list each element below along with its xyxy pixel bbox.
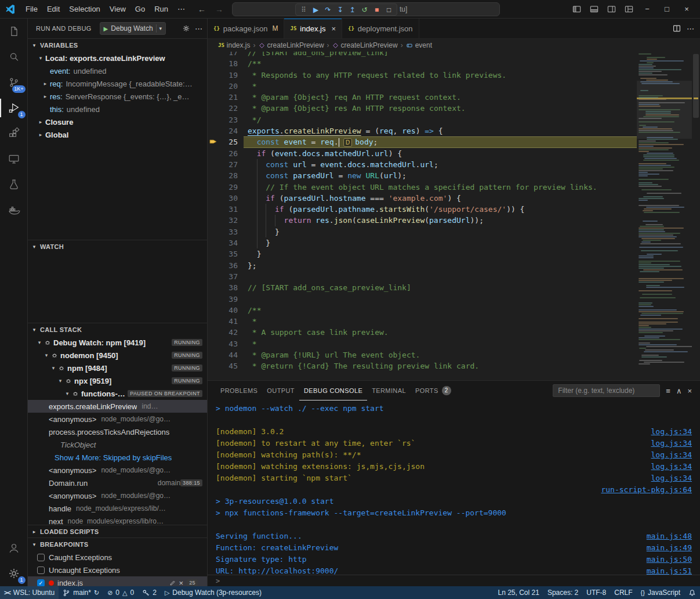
toggle-secondary-sidebar-icon[interactable] bbox=[604, 2, 619, 16]
toggle-panel-icon[interactable] bbox=[586, 2, 601, 16]
breadcrumb-item[interactable]: createLinkPreview bbox=[259, 41, 324, 49]
callstack-session-row[interactable]: ▾Debug Watch: npm [9419]RUNNING bbox=[28, 336, 207, 349]
split-editor-icon[interactable] bbox=[673, 24, 681, 33]
line-number[interactable]: 20 bbox=[208, 81, 244, 92]
line-number[interactable]: 31 bbox=[208, 204, 244, 215]
breakpoint-checkbox[interactable] bbox=[37, 554, 45, 561]
problems-status[interactable]: ⊘0△0 bbox=[103, 586, 138, 599]
line-number[interactable]: 45 bbox=[208, 360, 244, 371]
nav-back-icon[interactable]: ← bbox=[198, 5, 206, 14]
line-number[interactable]: 43 bbox=[208, 338, 244, 349]
line-number[interactable]: 39 bbox=[208, 294, 244, 305]
variable-row[interactable]: event:undefined bbox=[28, 64, 207, 77]
breakpoint-checkbox[interactable]: ✓ bbox=[37, 579, 45, 587]
console-source-link[interactable]: main.js:51 bbox=[647, 565, 692, 575]
activity-search[interactable] bbox=[0, 44, 28, 70]
code-line[interactable]: * @return {!Card} The resulting preview … bbox=[244, 360, 637, 371]
filter-icon[interactable]: ≡ bbox=[666, 387, 670, 395]
command-center[interactable]: ⠿▶↷↧↥↺■□ tu] bbox=[232, 2, 500, 16]
tab-package.json[interactable]: {}package.jsonM bbox=[208, 19, 284, 38]
code-line[interactable]: * bbox=[244, 338, 637, 349]
console-source-link[interactable]: main.js:50 bbox=[647, 554, 692, 565]
activity-run-debug[interactable]: 1 bbox=[0, 95, 28, 121]
variables-header[interactable]: ▾VARIABLES bbox=[28, 39, 207, 52]
code-line[interactable]: * bbox=[244, 316, 637, 327]
panel-tab-output[interactable]: OUTPUT bbox=[262, 381, 299, 400]
watch-header[interactable]: ▾WATCH bbox=[28, 240, 207, 253]
console-source-link[interactable]: log.js:34 bbox=[651, 449, 692, 461]
code-line[interactable]: exports.createLinkPreview = (req, res) =… bbox=[244, 125, 637, 136]
code-line[interactable]: } bbox=[244, 248, 637, 259]
menu-selection[interactable]: Selection bbox=[64, 5, 104, 13]
line-number[interactable]: 21 bbox=[208, 92, 244, 103]
step-over-icon[interactable]: ↷ bbox=[322, 5, 333, 15]
code-line[interactable]: } bbox=[244, 237, 637, 248]
debug-settings-gear-icon[interactable] bbox=[182, 24, 190, 33]
code-line[interactable]: const url = event.docs.matchedUrl.url; bbox=[244, 159, 637, 170]
debug-status[interactable]: ▷Debug Watch (3p-resources) bbox=[161, 586, 266, 599]
line-number[interactable]: 37 bbox=[208, 271, 244, 282]
chevron-down-icon[interactable]: ▾ bbox=[159, 26, 162, 31]
stop-icon[interactable]: ■ bbox=[371, 5, 382, 15]
line-number[interactable]: 17 bbox=[208, 52, 244, 58]
line-number[interactable]: 27 bbox=[208, 159, 244, 170]
stack-frame-row[interactable]: process.processTicksAndRejections bbox=[28, 425, 207, 438]
line-number[interactable]: 33 bbox=[208, 226, 244, 237]
activity-docker[interactable] bbox=[0, 197, 28, 223]
customize-layout-icon[interactable] bbox=[621, 2, 636, 16]
variables-scope-row[interactable]: ▸Global bbox=[28, 128, 207, 141]
remove-breakpoint-icon[interactable]: × bbox=[179, 579, 184, 587]
drag-handle-icon[interactable]: ⠿ bbox=[298, 5, 309, 15]
code-line[interactable]: if (parsedUrl.pathname.startsWith('/supp… bbox=[244, 204, 637, 215]
line-number[interactable]: 38 bbox=[208, 282, 244, 293]
code-line[interactable]: const parsedUrl = new URL(url); bbox=[244, 170, 637, 181]
maximize-button[interactable]: □ bbox=[658, 1, 676, 18]
stack-frame-row[interactable]: nextnode_modules/express/lib/ro… bbox=[28, 515, 207, 525]
code-editor[interactable]: 1718192021222324252627282930313233343536… bbox=[208, 52, 700, 380]
editor-more-actions-icon[interactable]: ⋯ bbox=[687, 24, 694, 33]
variable-row[interactable]: ▸req:IncomingMessage {_readableState:… bbox=[28, 77, 207, 90]
panel-tab-problems[interactable]: PROBLEMS bbox=[216, 381, 262, 400]
tab-index.js[interactable]: JSindex.js× bbox=[284, 19, 342, 38]
line-number[interactable]: 24 bbox=[208, 125, 244, 136]
callstack-session-row[interactable]: ▾npx [9519]RUNNING bbox=[28, 374, 207, 387]
launch-configuration-dropdown[interactable]: ▶ Debug Watch ▾ bbox=[100, 22, 166, 35]
code-line[interactable]: /** bbox=[244, 58, 637, 69]
activity-testing[interactable] bbox=[0, 172, 28, 197]
code-line[interactable]: * bbox=[244, 81, 637, 92]
more-actions-icon[interactable]: ⋯ bbox=[195, 24, 202, 33]
menu-overflow[interactable]: ⋯ bbox=[173, 5, 190, 13]
variable-row[interactable]: this:undefined bbox=[28, 103, 207, 116]
line-number[interactable]: 22 bbox=[208, 103, 244, 114]
tab-close-icon[interactable]: × bbox=[331, 24, 336, 33]
maximize-panel-icon[interactable]: ∧ bbox=[676, 387, 682, 395]
continue-icon[interactable]: ▶ bbox=[310, 5, 321, 15]
cursor-position[interactable]: Ln 25, Col 21 bbox=[494, 586, 543, 599]
menu-view[interactable]: View bbox=[105, 5, 130, 13]
close-panel-icon[interactable]: × bbox=[687, 387, 692, 395]
code-line[interactable]: const event = req.Dbody; bbox=[244, 136, 637, 147]
line-number[interactable]: 26 bbox=[208, 148, 244, 159]
console-output[interactable]: > nodemon --watch ./ --exec npm start [n… bbox=[208, 400, 700, 575]
call-stack-header[interactable]: ▾CALL STACK bbox=[28, 323, 207, 336]
code-line[interactable]: * @param {Object} res An HTTP response c… bbox=[244, 103, 637, 114]
menu-edit[interactable]: Edit bbox=[42, 5, 64, 13]
console-source-link[interactable]: log.js:34 bbox=[651, 438, 692, 449]
code-line[interactable]: if (parsedUrl.hostname === 'example.com'… bbox=[244, 193, 637, 204]
stack-frame-row[interactable]: handlenode_modules/express/lib/… bbox=[28, 502, 207, 515]
activity-extensions[interactable] bbox=[0, 121, 28, 146]
close-button[interactable]: × bbox=[678, 1, 695, 18]
panel-tab-debug-console[interactable]: DEBUG CONSOLE bbox=[299, 381, 367, 400]
code-line[interactable]: // If the event object URL matches a spe… bbox=[244, 182, 637, 193]
line-number[interactable]: 19 bbox=[208, 70, 244, 81]
minimap[interactable] bbox=[637, 52, 692, 380]
stack-frame-row[interactable]: Domain.rundomain388:15 bbox=[28, 477, 207, 489]
code-line[interactable]: if (event.docs.matchedUrl.url) { bbox=[244, 148, 637, 159]
toggle-primary-sidebar-icon[interactable] bbox=[569, 2, 584, 16]
variables-scope-row[interactable]: ▾Local: exports.createLinkPreview bbox=[28, 52, 207, 64]
start-debug-icon[interactable]: ▶ bbox=[104, 26, 108, 32]
callstack-session-row[interactable]: ▾functions-fra…PAUSED ON BREAKPOINT bbox=[28, 387, 207, 400]
panel-tab-ports[interactable]: PORTS2 bbox=[411, 381, 456, 400]
code-line[interactable]: return res.json(caseLinkPreview(parsedUr… bbox=[244, 215, 637, 226]
line-number[interactable]: 36 bbox=[208, 260, 244, 271]
